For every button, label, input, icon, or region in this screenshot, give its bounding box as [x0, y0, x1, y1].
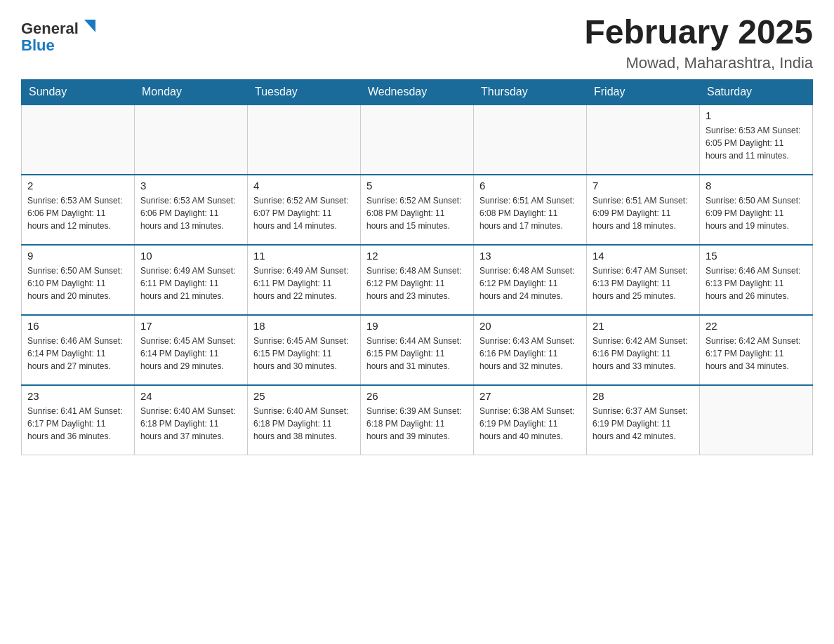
day-info: Sunrise: 6:48 AM Sunset: 6:12 PM Dayligh…	[479, 264, 581, 302]
title-area: February 2025 Mowad, Maharashtra, India	[584, 14, 813, 72]
calendar-cell	[474, 105, 587, 175]
week-row-1: 2Sunrise: 6:53 AM Sunset: 6:06 PM Daylig…	[22, 175, 813, 245]
day-number: 22	[706, 320, 807, 332]
day-number: 25	[253, 390, 355, 402]
day-number: 13	[479, 250, 581, 262]
calendar-cell: 12Sunrise: 6:48 AM Sunset: 6:12 PM Dayli…	[361, 245, 474, 315]
day-number: 20	[479, 320, 581, 332]
day-number: 27	[479, 390, 581, 402]
logo: General Blue	[21, 14, 105, 59]
calendar-cell: 8Sunrise: 6:50 AM Sunset: 6:09 PM Daylig…	[700, 175, 813, 245]
week-row-0: 1Sunrise: 6:53 AM Sunset: 6:05 PM Daylig…	[22, 105, 813, 175]
calendar-cell	[22, 105, 135, 175]
day-number: 7	[593, 180, 694, 192]
day-number: 24	[140, 390, 241, 402]
day-info: Sunrise: 6:46 AM Sunset: 6:13 PM Dayligh…	[706, 264, 807, 302]
day-info: Sunrise: 6:42 AM Sunset: 6:16 PM Dayligh…	[593, 335, 694, 373]
day-header-tuesday: Tuesday	[248, 79, 361, 105]
day-info: Sunrise: 6:50 AM Sunset: 6:09 PM Dayligh…	[706, 194, 807, 232]
logo-area: General Blue	[21, 14, 105, 59]
calendar-cell: 18Sunrise: 6:45 AM Sunset: 6:15 PM Dayli…	[248, 315, 361, 385]
calendar-header-row: SundayMondayTuesdayWednesdayThursdayFrid…	[22, 79, 813, 105]
day-number: 3	[140, 180, 241, 192]
day-info: Sunrise: 6:46 AM Sunset: 6:14 PM Dayligh…	[27, 335, 128, 373]
day-info: Sunrise: 6:45 AM Sunset: 6:14 PM Dayligh…	[140, 335, 241, 373]
day-number: 15	[706, 250, 807, 262]
day-number: 19	[366, 320, 468, 332]
day-info: Sunrise: 6:40 AM Sunset: 6:18 PM Dayligh…	[140, 405, 241, 443]
day-number: 12	[366, 250, 468, 262]
day-info: Sunrise: 6:41 AM Sunset: 6:17 PM Dayligh…	[27, 405, 128, 443]
day-info: Sunrise: 6:52 AM Sunset: 6:07 PM Dayligh…	[253, 194, 355, 232]
day-number: 21	[593, 320, 694, 332]
calendar-cell: 9Sunrise: 6:50 AM Sunset: 6:10 PM Daylig…	[22, 245, 135, 315]
calendar-cell: 21Sunrise: 6:42 AM Sunset: 6:16 PM Dayli…	[587, 315, 700, 385]
calendar-cell: 17Sunrise: 6:45 AM Sunset: 6:14 PM Dayli…	[135, 315, 248, 385]
day-header-friday: Friday	[587, 79, 700, 105]
day-number: 23	[27, 390, 128, 402]
calendar-cell: 4Sunrise: 6:52 AM Sunset: 6:07 PM Daylig…	[248, 175, 361, 245]
day-info: Sunrise: 6:47 AM Sunset: 6:13 PM Dayligh…	[593, 264, 694, 302]
day-info: Sunrise: 6:44 AM Sunset: 6:15 PM Dayligh…	[366, 335, 468, 373]
day-header-monday: Monday	[135, 79, 248, 105]
calendar-cell: 10Sunrise: 6:49 AM Sunset: 6:11 PM Dayli…	[135, 245, 248, 315]
calendar-cell: 7Sunrise: 6:51 AM Sunset: 6:09 PM Daylig…	[587, 175, 700, 245]
calendar-cell: 1Sunrise: 6:53 AM Sunset: 6:05 PM Daylig…	[700, 105, 813, 175]
day-number: 26	[366, 390, 468, 402]
calendar-cell: 20Sunrise: 6:43 AM Sunset: 6:16 PM Dayli…	[474, 315, 587, 385]
logo-svg: General Blue	[21, 14, 105, 56]
svg-text:General: General	[21, 20, 79, 37]
day-header-wednesday: Wednesday	[361, 79, 474, 105]
day-number: 28	[593, 390, 694, 402]
day-number: 11	[253, 250, 355, 262]
day-info: Sunrise: 6:53 AM Sunset: 6:05 PM Dayligh…	[706, 124, 807, 162]
day-number: 16	[27, 320, 128, 332]
day-number: 9	[27, 250, 128, 262]
calendar-cell: 27Sunrise: 6:38 AM Sunset: 6:19 PM Dayli…	[474, 385, 587, 455]
day-info: Sunrise: 6:52 AM Sunset: 6:08 PM Dayligh…	[366, 194, 468, 232]
day-info: Sunrise: 6:51 AM Sunset: 6:08 PM Dayligh…	[479, 194, 581, 232]
calendar-cell: 28Sunrise: 6:37 AM Sunset: 6:19 PM Dayli…	[587, 385, 700, 455]
day-info: Sunrise: 6:53 AM Sunset: 6:06 PM Dayligh…	[140, 194, 241, 232]
svg-text:Blue: Blue	[21, 36, 55, 54]
svg-marker-1	[84, 20, 95, 32]
calendar-cell: 22Sunrise: 6:42 AM Sunset: 6:17 PM Dayli…	[700, 315, 813, 385]
calendar-cell: 5Sunrise: 6:52 AM Sunset: 6:08 PM Daylig…	[361, 175, 474, 245]
day-number: 6	[479, 180, 581, 192]
location-title: Mowad, Maharashtra, India	[584, 54, 813, 72]
day-number: 1	[706, 109, 807, 121]
day-header-thursday: Thursday	[474, 79, 587, 105]
calendar-cell	[700, 385, 813, 455]
day-info: Sunrise: 6:37 AM Sunset: 6:19 PM Dayligh…	[593, 405, 694, 443]
calendar-cell	[361, 105, 474, 175]
calendar-cell: 14Sunrise: 6:47 AM Sunset: 6:13 PM Dayli…	[587, 245, 700, 315]
day-header-sunday: Sunday	[22, 79, 135, 105]
calendar-cell: 16Sunrise: 6:46 AM Sunset: 6:14 PM Dayli…	[22, 315, 135, 385]
day-info: Sunrise: 6:45 AM Sunset: 6:15 PM Dayligh…	[253, 335, 355, 373]
day-info: Sunrise: 6:40 AM Sunset: 6:18 PM Dayligh…	[253, 405, 355, 443]
week-row-2: 9Sunrise: 6:50 AM Sunset: 6:10 PM Daylig…	[22, 245, 813, 315]
day-number: 5	[366, 180, 468, 192]
calendar-cell: 11Sunrise: 6:49 AM Sunset: 6:11 PM Dayli…	[248, 245, 361, 315]
day-number: 8	[706, 180, 807, 192]
calendar-cell: 2Sunrise: 6:53 AM Sunset: 6:06 PM Daylig…	[22, 175, 135, 245]
calendar-table: SundayMondayTuesdayWednesdayThursdayFrid…	[21, 79, 813, 456]
calendar-cell: 6Sunrise: 6:51 AM Sunset: 6:08 PM Daylig…	[474, 175, 587, 245]
month-title: February 2025	[584, 14, 813, 51]
day-info: Sunrise: 6:51 AM Sunset: 6:09 PM Dayligh…	[593, 194, 694, 232]
calendar-cell	[248, 105, 361, 175]
day-info: Sunrise: 6:49 AM Sunset: 6:11 PM Dayligh…	[253, 264, 355, 302]
calendar-cell: 23Sunrise: 6:41 AM Sunset: 6:17 PM Dayli…	[22, 385, 135, 455]
day-number: 14	[593, 250, 694, 262]
day-number: 2	[27, 180, 128, 192]
calendar-cell	[587, 105, 700, 175]
calendar-cell: 13Sunrise: 6:48 AM Sunset: 6:12 PM Dayli…	[474, 245, 587, 315]
calendar-cell: 15Sunrise: 6:46 AM Sunset: 6:13 PM Dayli…	[700, 245, 813, 315]
calendar-cell: 26Sunrise: 6:39 AM Sunset: 6:18 PM Dayli…	[361, 385, 474, 455]
day-info: Sunrise: 6:42 AM Sunset: 6:17 PM Dayligh…	[706, 335, 807, 373]
day-info: Sunrise: 6:53 AM Sunset: 6:06 PM Dayligh…	[27, 194, 128, 232]
day-header-saturday: Saturday	[700, 79, 813, 105]
day-info: Sunrise: 6:38 AM Sunset: 6:19 PM Dayligh…	[479, 405, 581, 443]
day-number: 18	[253, 320, 355, 332]
page-header: General Blue February 2025 Mowad, Mahara…	[21, 14, 813, 72]
